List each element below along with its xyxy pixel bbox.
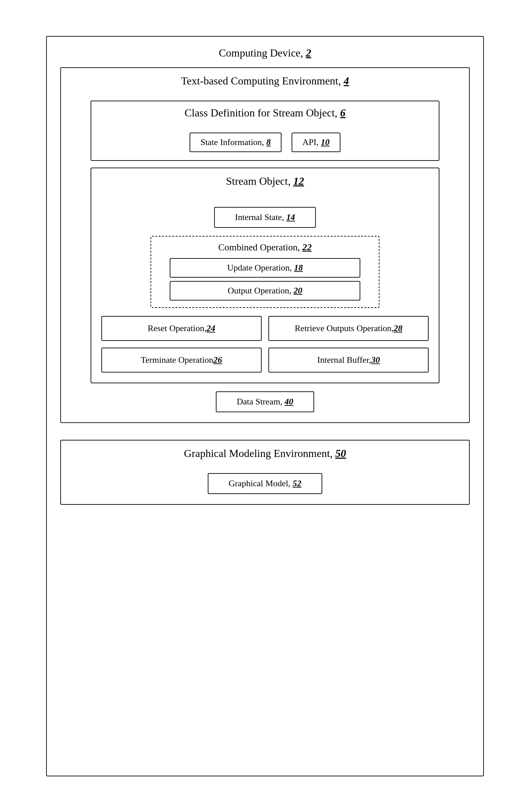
text-based-env-label: Text-based Computing Environment, [181,75,344,87]
combined-op-dashed-box: Combined Operation, 22 Update Operation,… [151,236,380,308]
graphical-model-box: Graphical Model, 52 [208,473,322,494]
internal-buffer-label: Internal Buffer, [317,355,371,365]
computing-device-ref: 2 [306,47,311,59]
api-box: API, 10 [292,133,340,152]
page-container: Computing Device, 2 Text-based Computing… [13,13,517,799]
combined-op-ref: 22 [302,242,312,252]
internal-buffer-ref: 30 [371,355,380,365]
reset-op-box: Reset Operation, 24 [101,316,262,341]
stream-object-ref: 12 [293,175,304,187]
retrieve-op-ref: 28 [394,323,402,333]
reset-op-ref: 24 [206,323,215,333]
output-op-label: Output Operation, [228,286,294,295]
stream-object-label: Stream Object, [226,175,293,187]
stream-object-box: Stream Object, 12 Internal State, 14 Com… [90,168,440,383]
state-info-label: State Information, [200,137,266,147]
update-op-box: Update Operation, 18 [170,258,360,278]
class-def-ref: 6 [340,107,346,119]
state-info-ref: 8 [266,137,271,147]
internal-state-box: Internal State, 14 [214,207,316,228]
internal-state-ref: 14 [286,212,295,222]
state-api-row: State Information, 8 API, 10 [99,133,431,152]
graphical-model-ref: 52 [293,479,301,488]
output-op-box: Output Operation, 20 [170,281,360,301]
combined-op-title: Combined Operation, 22 [218,242,312,253]
graphical-env-label: Graphical Modeling Environment, [184,447,335,459]
internal-buffer-box: Internal Buffer, 30 [268,348,429,373]
retrieve-op-label: Retrieve Outputs Operation, [295,323,394,333]
graphical-env-box: Graphical Modeling Environment, 50 Graph… [60,440,470,505]
graphical-model-label: Graphical Model, [229,479,293,488]
api-label: API, [302,137,321,147]
computing-device-box: Computing Device, 2 Text-based Computing… [46,36,484,776]
text-based-env-box: Text-based Computing Environment, 4 Clas… [60,67,470,423]
text-based-env-title: Text-based Computing Environment, 4 [181,75,349,87]
graphical-env-title: Graphical Modeling Environment, 50 [184,447,346,460]
text-based-env-ref: 4 [344,75,349,87]
graphical-env-ref: 50 [335,447,346,459]
computing-device-label: Computing Device, [219,47,306,59]
class-def-label: Class Definition for Stream Object, [184,107,340,119]
class-def-title: Class Definition for Stream Object, 6 [184,107,346,119]
update-op-label: Update Operation, [227,263,294,273]
stream-object-title: Stream Object, 12 [226,175,304,187]
data-stream-label: Data Stream, [237,397,284,406]
data-stream-box: Data Stream, 40 [216,391,314,412]
class-def-box: Class Definition for Stream Object, 6 St… [90,101,440,161]
update-op-ref: 18 [294,263,303,273]
state-info-box: State Information, 8 [190,133,281,152]
data-stream-ref: 40 [284,397,293,406]
terminate-op-ref: 26 [213,355,222,365]
terminate-op-label: Terminate Operation [141,355,213,365]
api-ref: 10 [321,137,330,147]
reset-op-label: Reset Operation, [148,323,206,333]
terminate-op-box: Terminate Operation 26 [101,348,262,373]
computing-device-title: Computing Device, 2 [219,47,311,59]
retrieve-op-box: Retrieve Outputs Operation, 28 [268,316,429,341]
output-op-ref: 20 [294,286,302,295]
internal-state-label: Internal State, [235,212,286,222]
ops-grid: Reset Operation, 24 Retrieve Outputs Ope… [101,316,429,373]
combined-op-label: Combined Operation, [218,242,302,252]
